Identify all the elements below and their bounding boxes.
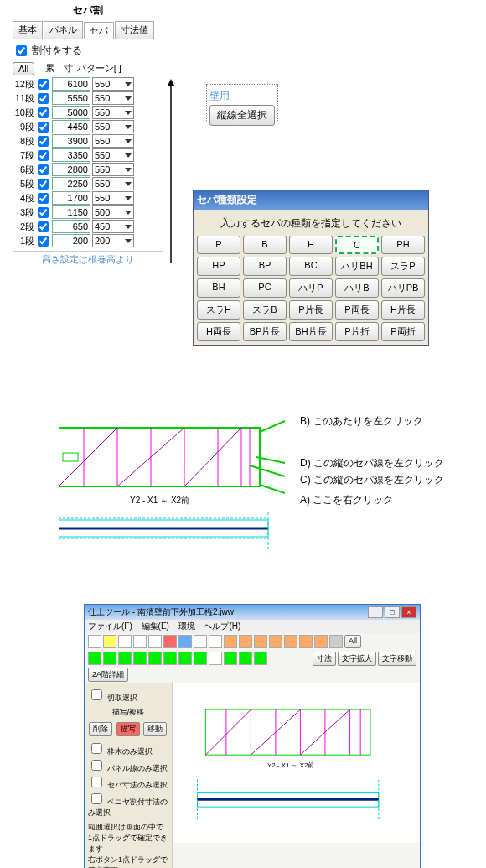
sepa-type-button[interactable]: BP — [243, 257, 287, 270]
stage-row: 4段1700550 — [13, 191, 163, 205]
stage-pattern-dropdown[interactable]: 200 — [92, 234, 134, 247]
stage-label: 1段 — [13, 235, 34, 247]
tab-dim[interactable]: 寸法値 — [115, 21, 154, 39]
dropdown-arrow-icon — [125, 125, 132, 129]
stage-cum-value[interactable]: 650 — [52, 220, 90, 233]
stage-row: 11段5550550 — [13, 91, 163, 105]
sepa-button-grid: PBHCPHHPBPBCハリBHスラPBHPCハリPハリBハリPBスラHスラBP… — [197, 236, 425, 270]
tab-sepa[interactable]: セパ — [84, 22, 114, 39]
stage-pattern-dropdown[interactable]: 550 — [92, 134, 134, 148]
head-pattern: パターン[ ] — [76, 62, 123, 75]
stage-label: 8段 — [13, 135, 34, 148]
stage-row: 3段1150500 — [13, 205, 163, 219]
stage-row: 8段3900550 — [13, 134, 163, 148]
stage-cum-value[interactable]: 5550 — [52, 91, 90, 105]
stage-cum-value[interactable]: 6100 — [52, 77, 90, 91]
stage-pattern-dropdown[interactable]: 550 — [92, 91, 134, 105]
stage-checkbox[interactable] — [38, 164, 49, 175]
dropdown-arrow-icon — [125, 82, 132, 86]
sepa-type-button[interactable]: PH — [381, 236, 425, 254]
stage-label: 10段 — [13, 107, 34, 119]
sepa-type-button[interactable]: BC — [289, 257, 333, 270]
svg-marker-1 — [168, 79, 174, 86]
stage-pattern-dropdown[interactable]: 550 — [92, 163, 134, 176]
stage-label: 3段 — [13, 206, 34, 219]
stage-label: 9段 — [13, 121, 34, 133]
stage-row: 9段4450550 — [13, 120, 163, 133]
sepa-type-button[interactable]: HP — [197, 257, 240, 270]
stage-cum-value[interactable]: 4450 — [52, 120, 90, 133]
stage-cum-value[interactable]: 1150 — [52, 205, 90, 219]
stage-row: 2段650450 — [13, 220, 163, 233]
direction-arrow-icon — [167, 79, 175, 263]
stage-pattern-dropdown[interactable]: 550 — [92, 177, 134, 190]
allocate-label: 割付をする — [32, 44, 82, 56]
stage-pattern-dropdown[interactable]: 450 — [92, 220, 134, 233]
dropdown-arrow-icon — [125, 196, 132, 200]
stage-cum-value[interactable]: 5000 — [52, 106, 90, 119]
stage-cum-value[interactable]: 200 — [52, 234, 90, 247]
stage-label: 7段 — [13, 149, 34, 162]
dropdown-arrow-icon — [125, 239, 132, 243]
sepa-instruction: 入力するセパの種類を指定してください — [197, 216, 425, 231]
stage-checkbox[interactable] — [38, 207, 49, 218]
sepa-type-button[interactable]: C — [335, 236, 379, 254]
stage-cum-value[interactable]: 2250 — [52, 177, 90, 190]
stage-pattern-dropdown[interactable]: 550 — [92, 148, 134, 162]
stage-checkbox[interactable] — [38, 150, 49, 161]
sepa-type-button[interactable]: H — [289, 236, 333, 254]
sepa-type-button[interactable]: スラP — [381, 257, 425, 270]
stage-row: 5段2250550 — [13, 177, 163, 190]
tabs: 基本 パネル セパ 寸法値 — [13, 21, 163, 39]
sepa-type-button[interactable]: P — [197, 236, 240, 254]
stage-cum-value[interactable]: 3350 — [52, 148, 90, 162]
stage-row: 10段5000550 — [13, 106, 163, 119]
stage-pattern-dropdown[interactable]: 550 — [92, 106, 134, 119]
stage-row: 1段200200 — [13, 234, 163, 247]
tab-panel[interactable]: パネル — [44, 21, 83, 39]
stage-checkbox[interactable] — [38, 107, 49, 118]
stage-pattern-dropdown[interactable]: 550 — [92, 120, 134, 133]
allocate-checkbox[interactable] — [16, 45, 27, 56]
stage-label: 6段 — [13, 164, 34, 176]
stage-cum-value[interactable]: 3900 — [52, 134, 90, 148]
sepa-dialog-title: セパ種類設定 — [194, 190, 428, 210]
dropdown-arrow-icon — [125, 111, 132, 115]
dropdown-arrow-icon — [125, 96, 132, 101]
tab-basic[interactable]: 基本 — [13, 21, 43, 39]
stage-checkbox[interactable] — [38, 193, 49, 204]
stage-row: 7段3350550 — [13, 148, 163, 162]
wall-block: 壁用 縦線全選択 — [209, 89, 275, 126]
stage-pattern-dropdown[interactable]: 550 — [92, 191, 134, 205]
stage-pattern-dropdown[interactable]: 550 — [92, 77, 134, 91]
stage-checkbox[interactable] — [38, 93, 49, 104]
dropdown-arrow-icon — [125, 168, 132, 172]
select-all-vlines-button[interactable]: 縦線全選択 — [209, 105, 275, 126]
head-cumulative: 累 寸 — [36, 62, 75, 75]
stage-row: 12段6100550 — [13, 77, 163, 91]
dropdown-arrow-icon — [125, 211, 132, 215]
all-button[interactable]: All — [13, 62, 34, 75]
dropdown-arrow-icon — [125, 182, 132, 186]
dropdown-arrow-icon — [125, 225, 132, 229]
stage-label: 2段 — [13, 221, 34, 233]
stage-checkbox[interactable] — [38, 179, 49, 190]
stage-row: 6段2800550 — [13, 163, 163, 176]
stage-checkbox[interactable] — [38, 79, 49, 90]
sepa-split-panel: セパ割 基本 パネル セパ 寸法値 割付をする All 累 寸 パターン[ ] … — [13, 2, 163, 268]
panel-title: セパ割 — [13, 2, 163, 19]
stage-checkbox[interactable] — [38, 136, 49, 147]
stage-cum-value[interactable]: 1700 — [52, 191, 90, 205]
stage-pattern-dropdown[interactable]: 500 — [92, 205, 134, 219]
stage-checkbox[interactable] — [38, 236, 49, 247]
sepa-type-button[interactable]: B — [243, 236, 287, 254]
sepa-type-dialog: セパ種類設定 入力するセパの種類を指定してください PBHCPHHPBPBCハリ… — [193, 190, 429, 270]
stage-checkbox[interactable] — [38, 122, 49, 133]
stage-checkbox[interactable] — [38, 221, 49, 232]
sepa-type-button[interactable]: ハリBH — [335, 257, 379, 270]
wall-label: 壁用 — [209, 89, 275, 103]
rows-container: 12段610055011段555055010段50005509段44505508… — [13, 77, 163, 247]
dropdown-arrow-icon — [125, 153, 132, 158]
stage-cum-value[interactable]: 2800 — [52, 163, 90, 176]
stage-label: 12段 — [13, 78, 34, 91]
